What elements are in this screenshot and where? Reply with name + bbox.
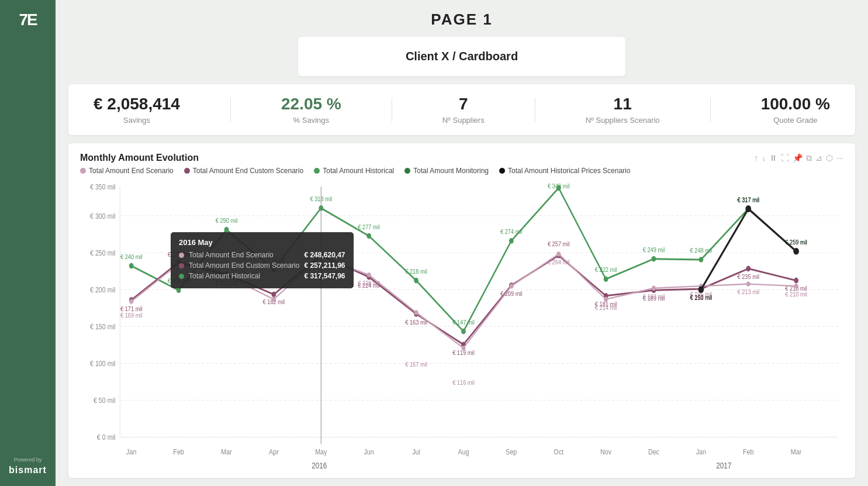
svg-text:€ 235 mil: € 235 mil	[737, 273, 759, 280]
svg-text:€ 218 mil: € 218 mil	[405, 268, 427, 275]
export-icon[interactable]: ⬡	[826, 153, 833, 163]
svg-text:€ 249 mil: € 249 mil	[643, 246, 665, 253]
sort-asc-icon[interactable]: ↑	[754, 153, 758, 163]
chart-toolbar[interactable]: ↑ ↓ ⏸ ⛶ 📌 ⧉ ⊿ ⬡ ···	[754, 153, 843, 163]
svg-point-78	[177, 261, 181, 266]
svg-point-60	[746, 266, 751, 272]
svg-text:€ 206 mil: € 206 mil	[168, 278, 190, 285]
svg-text:€ 234 mil: € 234 mil	[263, 257, 285, 264]
svg-text:€ 274 mil: € 274 mil	[500, 228, 523, 235]
svg-point-80	[272, 297, 276, 302]
legend-dot-historical-prices	[499, 168, 505, 174]
svg-text:€ 250 mil: € 250 mil	[90, 249, 115, 257]
svg-point-102	[698, 286, 704, 293]
svg-text:Jan: Jan	[126, 447, 136, 456]
svg-point-84	[462, 346, 466, 350]
svg-text:Mar: Mar	[221, 447, 231, 456]
chart-area: € 0 mil € 50 mil € 100 mil € 150 mil € 2…	[80, 180, 843, 472]
legend-label-end-custom: Total Amount End Custom Scenario	[193, 167, 303, 175]
svg-text:€ 150 mil: € 150 mil	[90, 322, 115, 331]
page-title: PAGE 1	[68, 11, 855, 29]
svg-point-28	[652, 256, 656, 262]
metric-suppliers-scenario-label: Nº Suppliers Scenario	[586, 116, 660, 125]
metric-divider-4	[710, 98, 711, 122]
metrics-row: € 2,058,414 Savings 22.05 % % Savings 7 …	[68, 84, 855, 135]
metric-suppliers-scenario: 11 Nº Suppliers Scenario	[586, 95, 660, 125]
copy-icon[interactable]: ⧉	[806, 153, 812, 163]
svg-text:€ 248 mil: € 248 mil	[690, 247, 713, 254]
svg-text:€ 200 mil: € 200 mil	[90, 285, 115, 294]
legend-label-historical-prices: Total Amount Historical Prices Scenario	[508, 167, 630, 175]
metric-savings-label: Savings	[123, 116, 150, 125]
svg-point-50	[271, 292, 276, 298]
pause-icon[interactable]: ⏸	[769, 153, 777, 163]
svg-text:Jan: Jan	[696, 447, 706, 456]
svg-point-103	[745, 205, 751, 212]
sort-desc-icon[interactable]: ↓	[762, 153, 766, 163]
svg-text:€ 100 mil: € 100 mil	[90, 359, 115, 368]
svg-point-79	[224, 273, 229, 278]
svg-text:Apr: Apr	[269, 447, 279, 456]
svg-text:€ 300 mil: € 300 mil	[90, 212, 115, 220]
svg-point-91	[794, 284, 798, 288]
svg-text:Jul: Jul	[412, 447, 420, 456]
legend-end-scenario: Total Amount End Scenario	[80, 167, 174, 175]
legend-dot-monitoring	[404, 168, 410, 174]
svg-text:€ 193 mil: € 193 mil	[643, 293, 665, 300]
logo-icon: 7E	[19, 11, 36, 29]
svg-point-24	[461, 329, 466, 335]
svg-point-85	[509, 284, 513, 288]
metric-pct-savings-label: % Savings	[293, 116, 329, 125]
svg-point-104	[793, 248, 799, 255]
svg-point-29	[698, 257, 703, 263]
svg-point-23	[414, 278, 419, 284]
svg-text:€ 213 mil: € 213 mil	[737, 289, 759, 296]
metric-quote-grade-label: Quote Grade	[773, 116, 817, 125]
svg-text:€ 0 mil: € 0 mil	[97, 433, 116, 442]
svg-text:€ 290 mil: € 290 mil	[216, 217, 238, 224]
chart-title: Monthly Amount Evolution	[80, 153, 199, 163]
svg-text:€ 210 mil: € 210 mil	[785, 291, 807, 298]
metric-suppliers-scenario-value: 11	[614, 95, 632, 113]
svg-text:€ 230 mil: € 230 mil	[168, 251, 190, 258]
svg-text:Mar: Mar	[791, 447, 801, 456]
pin-icon[interactable]: 📌	[793, 153, 803, 163]
svg-text:Feb: Feb	[173, 447, 184, 456]
powered-by-label: Powered by	[14, 457, 42, 463]
filter-icon[interactable]: ⊿	[815, 153, 822, 163]
svg-point-88	[652, 286, 656, 291]
svg-text:€ 259 mil: € 259 mil	[785, 239, 807, 246]
metric-suppliers-label: Nº Suppliers	[442, 116, 485, 125]
metric-divider-1	[230, 98, 231, 122]
svg-text:Sep: Sep	[506, 447, 517, 456]
metric-suppliers: 7 Nº Suppliers	[442, 95, 485, 125]
svg-point-82	[367, 273, 371, 277]
svg-text:Jun: Jun	[364, 447, 374, 456]
svg-text:€ 264 mil: € 264 mil	[548, 258, 570, 266]
svg-point-83	[414, 310, 419, 315]
svg-text:€ 240 mil: € 240 mil	[120, 253, 143, 260]
svg-point-86	[556, 251, 561, 256]
more-icon[interactable]: ···	[836, 153, 843, 163]
metric-savings: € 2,058,414 Savings	[94, 95, 180, 125]
svg-text:2016: 2016	[312, 461, 327, 470]
svg-text:May: May	[315, 447, 327, 456]
expand-icon[interactable]: ⛶	[781, 153, 789, 163]
svg-point-18	[177, 288, 181, 294]
svg-text:€ 163 mil: € 163 mil	[405, 319, 427, 326]
svg-text:Feb: Feb	[743, 447, 754, 456]
svg-text:€ 116 mil: € 116 mil	[452, 379, 475, 386]
svg-text:Aug: Aug	[458, 447, 469, 456]
svg-text:€ 257 mil: € 257 mil	[548, 240, 570, 247]
svg-point-61	[794, 278, 798, 284]
svg-text:Oct: Oct	[554, 447, 563, 456]
svg-text:€ 317 mil: € 317 mil	[737, 197, 759, 204]
svg-text:2017: 2017	[716, 461, 731, 470]
metric-pct-savings: 22.05 % % Savings	[281, 95, 341, 125]
svg-text:€ 50 mil: € 50 mil	[94, 396, 116, 405]
svg-text:€ 167 mil: € 167 mil	[405, 361, 427, 368]
main-content: PAGE 1 Client X / Cardboard € 2,058,414 …	[56, 0, 868, 486]
metric-quote-grade: 100.00 % Quote Grade	[761, 95, 830, 125]
legend-label-historical: Total Amount Historical	[323, 167, 394, 175]
svg-point-87	[604, 297, 608, 302]
